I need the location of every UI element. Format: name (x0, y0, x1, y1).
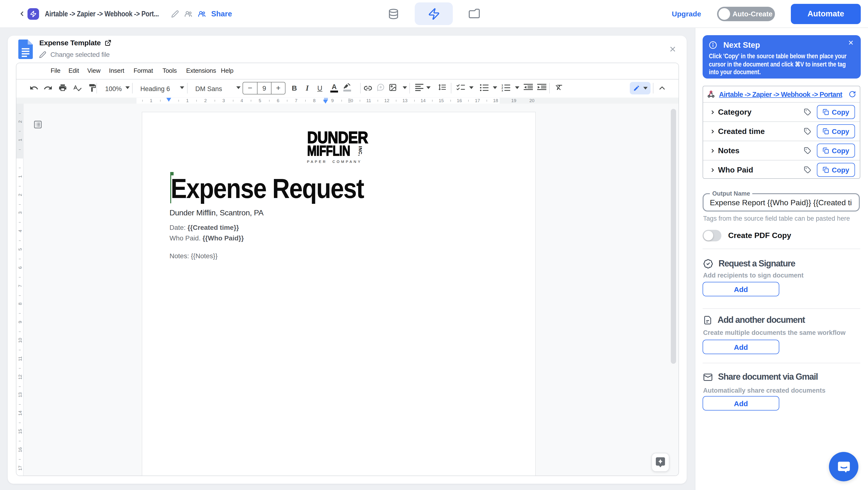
svg-text:3: 3 (501, 89, 503, 92)
svg-text:2: 2 (501, 87, 503, 89)
svg-text:1: 1 (501, 84, 503, 87)
